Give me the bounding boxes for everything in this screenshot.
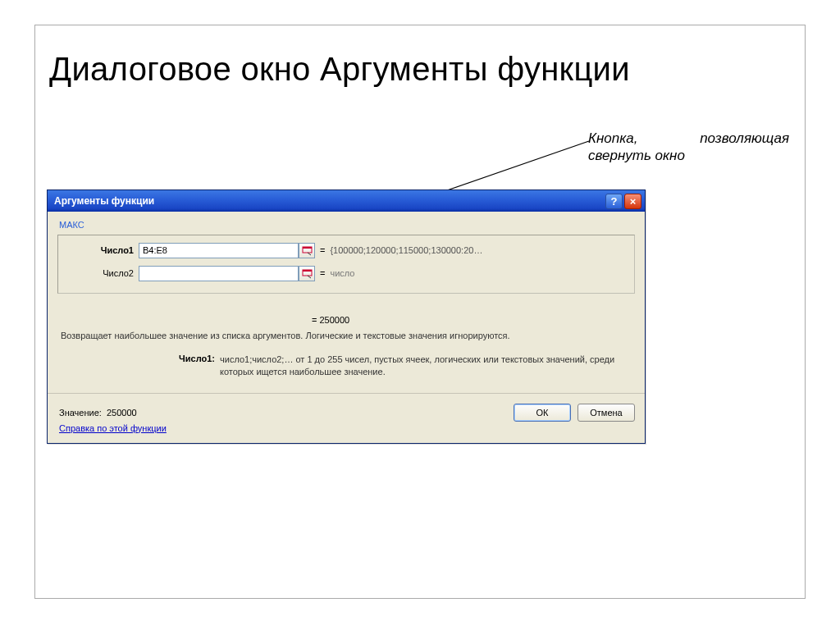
argument-input-1[interactable] xyxy=(139,243,299,258)
argument-help-label: Число1: xyxy=(64,354,220,378)
argument-row: Число2 = число xyxy=(65,263,628,283)
argument-label: Число2 xyxy=(65,268,139,278)
callout-line1: Кнопка, позволяющая xyxy=(588,130,789,147)
value-number: 250000 xyxy=(107,408,137,418)
argument-evaluation: {100000;120000;115000;130000:20… xyxy=(330,245,482,255)
formula-result-value: 250000 xyxy=(319,315,349,325)
collapse-icon xyxy=(302,268,313,279)
argument-help: Число1: число1;число2;… от 1 до 255 чисе… xyxy=(57,350,635,393)
slide-title: Диалоговое окно Аргументы функции xyxy=(49,51,630,88)
function-arguments-dialog: Аргументы функции ? × МАКС Число1 = xyxy=(47,189,646,444)
close-button[interactable]: × xyxy=(624,194,641,209)
formula-result: = 250000 xyxy=(57,302,635,330)
function-description: Возвращает наибольшее значение из списка… xyxy=(57,330,635,350)
argument-label: Число1 xyxy=(65,245,139,255)
dialog-titlebar[interactable]: Аргументы функции ? × xyxy=(48,190,645,212)
callout-text: Кнопка, позволяющая свернуть окно xyxy=(588,130,789,165)
svg-rect-4 xyxy=(303,270,312,272)
collapse-dialog-button[interactable] xyxy=(299,266,315,281)
cancel-button[interactable]: Отмена xyxy=(578,404,635,422)
dialog-footer: Значение: 250000 Справка по этой функции… xyxy=(48,394,645,443)
dialog-title: Аргументы функции xyxy=(54,195,154,207)
close-icon: × xyxy=(630,195,637,208)
function-name: МАКС xyxy=(57,218,635,235)
argument-evaluation: число xyxy=(330,268,354,278)
equals-sign: = xyxy=(315,245,330,255)
collapse-icon xyxy=(302,245,313,256)
equals-sign: = xyxy=(315,268,330,278)
callout-line2: свернуть окно xyxy=(588,147,789,164)
argument-help-text: число1;число2;… от 1 до 255 чисел, пусты… xyxy=(220,354,628,378)
arguments-group: Число1 = {100000;120000;115000;130000:20… xyxy=(57,235,635,294)
collapse-dialog-button[interactable] xyxy=(299,243,315,258)
ok-button[interactable]: ОК xyxy=(514,404,571,422)
dialog-body: МАКС Число1 = {100000;120000;115000;1300… xyxy=(48,212,645,393)
value-label: Значение: 250000 xyxy=(59,408,137,418)
argument-row: Число1 = {100000;120000;115000;130000:20… xyxy=(65,240,628,260)
svg-rect-2 xyxy=(303,247,312,249)
function-help-link[interactable]: Справка по этой функции xyxy=(59,423,167,433)
argument-input-2[interactable] xyxy=(139,266,299,281)
help-icon: ? xyxy=(611,195,618,208)
help-button[interactable]: ? xyxy=(605,194,623,209)
